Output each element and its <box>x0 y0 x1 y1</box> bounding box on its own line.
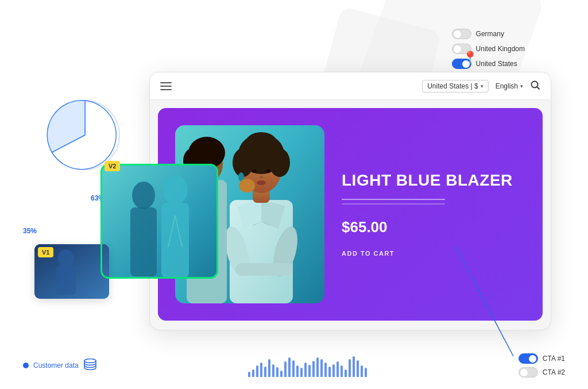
locale-chevron-icon: ▾ <box>481 83 483 89</box>
add-to-cart-button[interactable]: ADD TO CART <box>342 250 394 257</box>
bar-chart-bar <box>308 365 311 377</box>
svg-point-8 <box>163 175 188 205</box>
svg-rect-22 <box>235 263 293 276</box>
cta-2-row[interactable]: CTA #2 <box>519 367 565 378</box>
bar-chart-bar <box>300 368 303 377</box>
svg-point-32 <box>260 176 263 178</box>
locale-text: United States | $ <box>427 82 478 90</box>
us-label: United States <box>476 60 517 68</box>
svg-point-31 <box>266 170 270 173</box>
location-pin-icon: 📍 <box>462 51 478 66</box>
lang-chevron-icon: ▾ <box>520 83 523 89</box>
bar-chart-bar <box>288 357 291 377</box>
svg-point-30 <box>252 170 257 173</box>
svg-point-34 <box>239 179 255 192</box>
cta-2-label: CTA #2 <box>543 368 565 376</box>
svg-rect-4 <box>56 266 76 295</box>
bar-chart-bar <box>349 359 351 378</box>
hamburger-line-1 <box>160 82 172 83</box>
svg-point-40 <box>84 359 96 363</box>
lang-text: English <box>496 82 518 90</box>
svg-line-13 <box>537 87 540 89</box>
bar-chart-bar <box>276 367 278 377</box>
customer-dot-icon <box>23 363 29 368</box>
bottom-bar: Customer data CTA #1 CTA #2 <box>0 353 588 378</box>
bar-chart-bar <box>304 363 307 377</box>
bar-chart-bar <box>316 357 319 377</box>
bar-chart-bar <box>284 361 287 377</box>
product-divider-2 <box>342 203 445 205</box>
bar-chart-bar <box>345 369 347 378</box>
search-icon[interactable] <box>530 80 540 93</box>
pct-35-label: 35% <box>23 227 37 235</box>
bar-chart-bar <box>332 364 335 378</box>
bar-chart-bar <box>280 371 283 377</box>
bar-chart-bar <box>292 360 295 377</box>
cta-toggles: CTA #1 CTA #2 <box>519 353 565 378</box>
svg-rect-7 <box>130 207 157 276</box>
bar-chart-bar <box>312 361 315 377</box>
bar-chart-bar <box>296 365 299 377</box>
toggle-row-germany[interactable]: Germany <box>452 29 525 39</box>
svg-point-6 <box>132 182 155 209</box>
hamburger-line-3 <box>160 89 172 90</box>
v2-badge: V2 <box>105 161 120 171</box>
bar-chart-bar <box>365 368 367 377</box>
bar-chart-bar <box>264 367 266 377</box>
svg-point-26 <box>233 148 253 177</box>
svg-rect-5 <box>100 164 218 279</box>
v1-badge: V1 <box>38 247 53 257</box>
cta-1-toggle[interactable] <box>519 353 538 364</box>
bar-chart-bar <box>324 363 327 377</box>
bar-chart <box>248 354 367 377</box>
product-divider-1 <box>342 199 445 200</box>
product-price: $65.00 <box>342 218 525 236</box>
bar-chart-bar <box>341 365 343 377</box>
bar-chart-bar <box>268 359 270 378</box>
svg-point-3 <box>58 249 74 268</box>
bar-chart-bar <box>272 364 274 378</box>
lang-selector[interactable]: English ▾ <box>496 82 523 90</box>
uk-label: United Kingdom <box>476 45 525 53</box>
bar-chart-bar <box>252 369 254 378</box>
hamburger-line-2 <box>160 86 172 87</box>
bar-chart-bar <box>353 356 355 377</box>
cta-1-row[interactable]: CTA #1 <box>519 353 565 364</box>
svg-point-27 <box>269 148 290 177</box>
cta-1-label: CTA #1 <box>543 355 565 363</box>
customer-data-section: Customer data <box>23 359 97 373</box>
svg-point-33 <box>257 180 266 185</box>
svg-point-28 <box>245 132 277 155</box>
bar-chart-bar <box>320 359 323 378</box>
locale-selector[interactable]: United States | $ ▾ <box>422 80 489 93</box>
browser-bar-right: United States | $ ▾ English ▾ <box>422 80 540 93</box>
bar-chart-bar <box>260 363 262 377</box>
germany-toggle[interactable] <box>452 29 471 39</box>
product-info: LIGHT BLUE BLAZER $65.00 ADD TO CART <box>342 171 525 259</box>
browser-bar: United States | $ ▾ English ▾ <box>150 72 551 100</box>
hamburger-menu-icon[interactable] <box>160 82 172 90</box>
bar-chart-bar <box>248 372 250 377</box>
germany-label: Germany <box>476 30 504 38</box>
customer-data-label: Customer data <box>33 361 79 369</box>
v2-image-container <box>100 164 218 279</box>
bar-chart-bar <box>336 361 339 377</box>
bar-chart-bar <box>256 365 258 377</box>
svg-point-12 <box>532 81 538 87</box>
bar-chart-bar <box>357 360 359 377</box>
database-icon <box>83 359 97 373</box>
bar-chart-bar <box>361 365 363 377</box>
svg-rect-9 <box>161 203 189 278</box>
cta-2-toggle[interactable] <box>519 367 538 378</box>
bar-chart-bar <box>328 367 331 377</box>
product-title: LIGHT BLUE BLAZER <box>342 171 525 190</box>
